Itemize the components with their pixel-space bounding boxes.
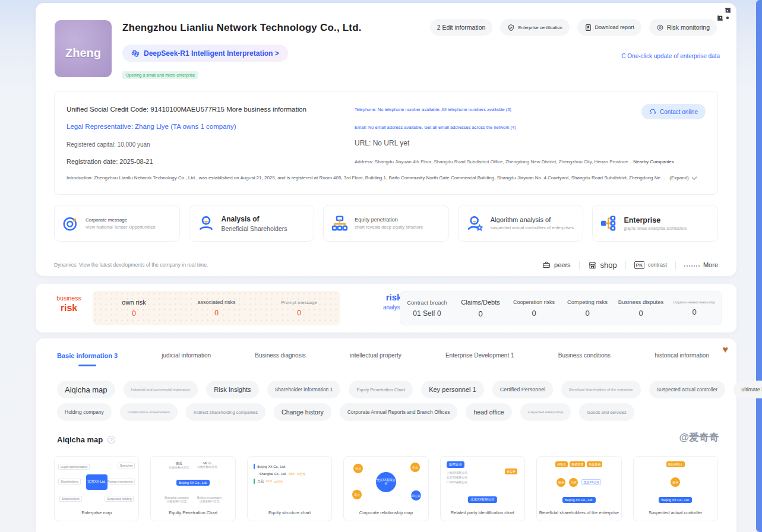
legal-representative-link[interactable]: Legal Representative: Zhang Liye (TA own… [67, 123, 236, 130]
equity-penetration-chart-card[interactable]: 张总认缴金额xx万元 Mr. Li认缴金额xx万元 Beijing XX Co.… [150, 456, 235, 521]
chip-collaborative-shareholders[interactable]: Collaborative shareholders [120, 403, 178, 421]
suspected-actual-controller-card[interactable]: 疑似控制人 股东 Beijing XX Co., Ltd. Suspected … [633, 456, 718, 521]
cooperation-risks-label: Cooperation risks [507, 299, 561, 305]
qr-code-icon[interactable] [716, 7, 732, 22]
tab-basic-information[interactable]: Basic information 3 [53, 352, 121, 359]
thumb-node: Shanghai Co., Ltd. [260, 472, 287, 476]
thumb-percent: 61% [289, 473, 295, 476]
map-card-caption: Related party identification chart [441, 510, 524, 515]
business-risk-title: business risk [48, 294, 90, 314]
tab-business-conditions[interactable]: Business conditions [555, 352, 614, 359]
own-risk-stat[interactable]: own risk 0 [93, 299, 175, 318]
monitor-target-icon [656, 24, 664, 31]
more-label: More [703, 261, 718, 268]
tab-judicial-information[interactable]: judicial information [158, 352, 214, 359]
suspected-controller-thumbnail: 疑似控制人 股东 Beijing XX Co., Ltd. [637, 461, 714, 503]
chip-indirect-shareholding-companies[interactable]: Indirect shareholding companies [186, 403, 265, 421]
chip-risk-insights[interactable]: Risk Insights [206, 381, 258, 398]
shop-link[interactable]: shop [588, 261, 617, 270]
contact-online-button[interactable]: Contact online [641, 104, 706, 119]
cooperation-risks-stat[interactable]: Cooperation risks 0 [507, 299, 561, 318]
chip-equity-penetration-chart[interactable]: Equity Penetration Chart [349, 381, 413, 398]
credit-code-text: Unified Social Credit Code: 91410100MAEU… [67, 106, 226, 113]
enterprise-certification-button[interactable]: Enterprise certification [500, 19, 569, 36]
equity-penetration-card[interactable]: Equity penetrationchart reveals deep equ… [323, 205, 449, 242]
contrast-link[interactable]: PK contrast [634, 261, 667, 269]
org-chart-icon [331, 214, 349, 232]
actual-controller-analysis-card[interactable]: Algorithm analysis ofsuspected actual co… [458, 205, 584, 242]
scrollbar[interactable] [756, 0, 762, 532]
thumb-tag: 控制人 [555, 461, 568, 467]
tab-intellectual-property[interactable]: intellectual property [346, 352, 405, 359]
thumb-list-item: 广州XX有限公司 [447, 480, 467, 484]
edit-information-button[interactable]: 2 Edit information [430, 19, 493, 36]
one-click-update-link[interactable]: C One-click update of enterprise data [621, 53, 720, 59]
equity-structure-chart-card[interactable]: Beijing XX Co., Ltd. Shanghai Co., Ltd.6… [247, 456, 332, 521]
map-card-caption: Enterprise map [55, 510, 138, 515]
chip-change-history[interactable]: Change history [274, 403, 331, 421]
chip-shareholder-information[interactable]: Shareholder information 1 [267, 381, 341, 398]
contract-breach-stat[interactable]: Contract breach 01 Self 0 [400, 299, 454, 318]
nearby-companies-link[interactable]: Nearby Companies [633, 159, 674, 164]
chevron-down-icon[interactable] [691, 174, 697, 179]
thumb-node: 受控企业 [447, 461, 464, 468]
thumb-bottom-node: Beijing XX Co., Ltd. [659, 497, 692, 503]
dynamics-row: Dynamics: View the latest developments o… [54, 255, 718, 275]
tab-historical-information[interactable]: historical information [651, 352, 713, 359]
detail-sections-card: Basic information 3 judicial information… [36, 338, 736, 532]
chip-suspected-actual-controller[interactable]: Suspected actual controller [649, 381, 726, 398]
thumb-node: 高管 [569, 478, 578, 487]
favorite-heart-icon[interactable]: ♥ [723, 345, 729, 354]
chip-ultimate-beneficiary[interactable]: ultimate beneficiary 1 [733, 381, 762, 398]
chip-suspected-relationship[interactable]: suspected relationship [520, 403, 571, 421]
tab-enterprise-development[interactable]: Enterprise Development 1 [442, 352, 518, 359]
chip-beneficial-shareholders[interactable]: Beneficial shareholders of the enterpris… [561, 381, 640, 398]
competing-risks-stat[interactable]: Competing risks 0 [561, 299, 614, 318]
chip-goods-and-services[interactable]: Goods and services [579, 403, 634, 421]
deepseek-interpretation-button[interactable]: DeepSeek-R1 Intelligent Interpretation > [122, 45, 288, 62]
telephone-link[interactable]: Telephone: No telephone number available… [355, 107, 511, 112]
chip-head-office[interactable]: head office [466, 403, 511, 421]
prompt-message-stat[interactable]: Prompt message 0 [258, 300, 340, 317]
download-report-button[interactable]: Download report [577, 19, 641, 36]
chip-aiqicha-map[interactable]: Aiqicha map [57, 381, 115, 398]
enterprise-graph-card[interactable]: Enterprisegraphs reveal enterprise archi… [592, 205, 718, 242]
thumb-node: Shareholders [59, 496, 82, 502]
thumb-tag: 疑似控制人 [666, 461, 685, 467]
claims-debts-value: 0 [454, 309, 507, 318]
help-icon[interactable]: ? [107, 436, 115, 444]
tab-business-diagnosis[interactable]: Business diagnosis [251, 352, 309, 359]
chip-industrial-commercial-registration[interactable]: Industrial and commercial registration [124, 381, 198, 398]
beneficial-shareholders-card[interactable]: Analysis ofBeneficial Shareholders [189, 205, 315, 242]
peers-link[interactable]: peers [542, 261, 571, 269]
associated-risks-stat[interactable]: associated risks 0 [175, 299, 258, 317]
chip-key-personnel[interactable]: Key personnel 1 [421, 381, 484, 398]
subsection-chips-row2: Holding company Collaborative shareholde… [57, 403, 634, 421]
contract-breach-label: Contract breach [400, 299, 454, 306]
own-risk-value: 0 [93, 309, 175, 318]
introduction-text: Introduction: Zhengzhou Lianliu Network … [67, 175, 666, 180]
risk-monitoring-button[interactable]: Risk monitoring [649, 19, 717, 36]
enterprise-map-card[interactable]: Legal representative Branches Shareholde… [54, 456, 139, 521]
person-icon [197, 214, 216, 233]
cooperation-risks-value: 0 [507, 309, 561, 318]
more-link[interactable]: More [684, 261, 718, 268]
thumb-node: 股东 [557, 478, 565, 487]
chip-holding-company[interactable]: Holding company [57, 403, 112, 421]
beneficial-shareholders-card[interactable]: 控制人 股权穿透 受益股份 股东 高管 北京XX公司 Beijing XX Co… [536, 456, 621, 521]
chip-certified-personnel[interactable]: Certified Personnel [492, 381, 554, 398]
chip-annual-reports-branch-offices[interactable]: Corporate Annual Reports and Branch Offi… [340, 403, 458, 421]
corporate-message-card[interactable]: Corporate messageView National Tender Op… [54, 205, 180, 242]
claims-debts-stat[interactable]: Claims/Debts 0 [454, 299, 507, 318]
corporate-relationship-map-card[interactable]: 张总 王总 李总 XX公司 北京XX有限公司 Corporate relatio… [343, 456, 428, 521]
litigation-relationship-stat[interactable]: Litigation-related relationship 0 [668, 300, 721, 316]
expand-link[interactable]: (Expand) [669, 175, 688, 180]
map-card-caption: Suspected actual controller [634, 510, 717, 515]
business-disputes-stat[interactable]: Business disputes 0 [614, 299, 668, 318]
risk-details-panel: Contract breach 01 Self 0 Claims/Debts 0… [400, 291, 722, 325]
thumb-center-node: 北京XX有限公司 [376, 472, 396, 492]
equity-structure-thumbnail: Beijing XX Co., Ltd. Shanghai Co., Ltd.6… [251, 461, 328, 503]
related-party-identification-card[interactable]: 受控企业 上海XX有限公司 北京XX有限公司 广州XX有限公司 疑监事 北京XX… [440, 456, 525, 521]
more-business-information-link[interactable]: More business information [226, 106, 306, 113]
email-link[interactable]: Email: No email address available. Get a… [355, 125, 516, 130]
